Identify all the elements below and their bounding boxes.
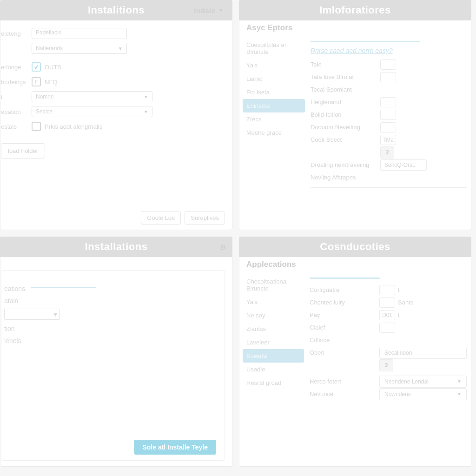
panel-header: Instalitions Indale ▼ <box>0 0 232 20</box>
chevron-down-icon: ▼ <box>144 109 148 114</box>
select-value: Secice <box>36 108 53 115</box>
checkbox-label: OUTS <box>45 64 61 71</box>
small-input[interactable]: D01 <box>379 310 395 320</box>
sidebar-item[interactable]: Chesoltsational Blrunste <box>243 275 304 295</box>
panel-title: Instalitions <box>88 4 145 16</box>
side-nav: Chesoltsational BlrunsteYalsNe soyZiants… <box>239 272 304 467</box>
panel-imloforatiores: Imloforatiores Asyc Eptors Coesoiltplas … <box>239 0 471 230</box>
small-input[interactable] <box>380 72 396 82</box>
section-subhead: Applecations <box>239 257 471 272</box>
sidebar-item[interactable]: Fio Iseta <box>243 86 305 99</box>
sidebar-item[interactable]: Meohe grace <box>243 126 305 139</box>
stepper-num: 2 <box>385 149 389 156</box>
field-label: Heiglenand <box>311 99 380 106</box>
field-label: Tale <box>311 61 380 68</box>
sidebar-item[interactable]: Yals <box>243 295 304 309</box>
sidebar-item[interactable]: Zrecs <box>243 112 305 126</box>
label-nevunce: Nevunce <box>310 390 379 397</box>
field-label: Cdlince <box>310 337 379 344</box>
field-label: Chontec luiry <box>310 299 379 306</box>
sidebar-item[interactable]: Laveleer <box>243 336 304 349</box>
section-subhead: Asyc Eptors <box>239 20 471 35</box>
label-noviing: Noviing Afsrapes <box>311 174 380 181</box>
label-eleteng: eleteng <box>1 30 32 37</box>
chevron-down-icon: ▼ <box>144 94 148 99</box>
chevron-down-icon: ▼ <box>457 379 462 384</box>
sole-install-button[interactable]: Sole atl Installe Teyle <box>134 440 216 455</box>
field-label: Tata love Blrofat <box>311 73 380 80</box>
small-input[interactable] <box>380 122 396 132</box>
inner-frame: eations atain ▼ tion lenels Sole atl Ins… <box>1 270 225 461</box>
list-item[interactable] <box>3 347 217 351</box>
side-nav: Coesoiltplas en BlrunsteYalsLianicFio Is… <box>239 35 305 230</box>
small-input[interactable] <box>379 285 395 295</box>
panel-title: Imloforatiores <box>319 4 391 16</box>
select-nevunce[interactable]: Nowndens▼ <box>379 388 467 400</box>
label-erlonge: erlonge <box>1 64 32 71</box>
panel-header: Installations B <box>0 237 232 257</box>
small-input[interactable]: TMa <box>380 135 396 145</box>
select-nomne[interactable]: Nomne▼ <box>32 91 152 102</box>
small-input[interactable] <box>380 97 396 107</box>
field-label: Cook Sdect <box>311 136 380 143</box>
sidebar-item[interactable]: Lianic <box>243 72 305 86</box>
stepper-value[interactable]: 2 <box>380 146 394 159</box>
small-select[interactable]: ▼ <box>4 309 60 320</box>
sidebar-item[interactable]: Coesoiltplas en Blrunste <box>243 38 305 59</box>
unit-label: t <box>398 286 400 293</box>
item-label: eations <box>4 285 25 292</box>
sidebar-item[interactable]: Resilsl groad <box>243 376 304 390</box>
field-label: Doouom Neveiting <box>311 124 380 131</box>
select-herco[interactable]: Neendene Lendal▼ <box>379 376 467 388</box>
sidebar-item[interactable]: Usadle <box>243 363 304 376</box>
upload-folder-button[interactable]: load Folder <box>1 143 45 159</box>
small-input[interactable] <box>379 298 395 308</box>
label-epation: epation <box>1 108 32 115</box>
list-item[interactable]: lenels <box>3 335 217 347</box>
sidebar-item[interactable]: Eninsme <box>243 99 305 112</box>
select-value: Nowndens <box>384 391 411 397</box>
list-item[interactable]: eations <box>3 283 217 295</box>
select-natlerands[interactable]: Natlerands▼ <box>32 43 127 54</box>
field-label: Boild Icition <box>311 111 380 118</box>
field-label: Cialef <box>310 324 379 331</box>
header-dropdown[interactable]: Indale ▼ <box>194 0 224 20</box>
label-horfeings: horfeings <box>1 79 32 86</box>
list-item[interactable]: atain <box>3 295 217 307</box>
panel-header: Cosnducoties <box>239 237 471 257</box>
unit-label: t <box>398 311 400 318</box>
checkbox-nfq[interactable]: F <box>32 77 41 86</box>
small-input[interactable] <box>379 323 395 333</box>
stepper-value[interactable]: 2 <box>379 359 393 371</box>
goole-loe-button[interactable]: Goole Loe <box>141 211 181 225</box>
sureplives-button[interactable]: Sureplives <box>185 211 225 225</box>
input-eleteng[interactable]: Padellacls <box>32 28 127 39</box>
select-secice[interactable]: Secice▼ <box>32 106 152 117</box>
button-label: load Folder <box>8 147 38 154</box>
panel-instalitions: Instalitions Indale ▼ eleteng Padellacls… <box>0 0 232 230</box>
list-item[interactable]: tion <box>3 323 217 335</box>
field-label: Pay <box>310 311 379 318</box>
small-input[interactable] <box>380 60 396 70</box>
label-estals: estals <box>1 123 32 130</box>
small-input[interactable] <box>380 110 396 120</box>
help-link[interactable]: Rgrse caed aed norrh easy? <box>311 47 467 54</box>
label-herco: Herco fotert <box>310 378 379 385</box>
sidebar-item[interactable]: Ne soy <box>243 309 304 322</box>
checkbox-label: Prkis aodt alengrnalls <box>45 123 102 130</box>
chevron-down-icon: ▼ <box>457 391 462 397</box>
panel-installations: Installations B eations atain ▼ tion len… <box>0 237 232 467</box>
sidebar-item[interactable]: Ziantss <box>243 322 304 336</box>
unit-label: Sants <box>398 299 413 306</box>
input-value: Padellacls <box>36 29 61 36</box>
checkbox-outs[interactable]: ✓ <box>32 62 41 72</box>
button-label: Goole Loe <box>147 214 175 221</box>
divider <box>311 41 420 42</box>
input-drealing[interactable]: SencQ-Ors1 <box>380 159 427 171</box>
input-open[interactable]: Secalinoon <box>379 347 467 359</box>
sidebar-item[interactable]: Sowetsi <box>243 349 304 363</box>
label-open: Open <box>310 349 379 356</box>
input-value: Secalinoon <box>384 350 412 356</box>
sidebar-item[interactable]: Yals <box>243 59 305 72</box>
checkbox-estals[interactable] <box>32 122 41 131</box>
